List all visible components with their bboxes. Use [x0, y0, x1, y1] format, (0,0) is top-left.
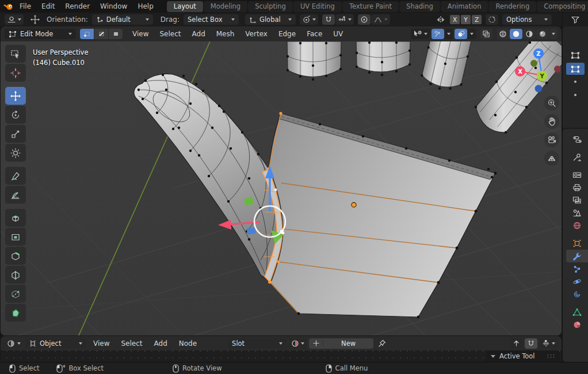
snap-base-toggle[interactable]: [486, 14, 498, 25]
projection-toggle-button[interactable]: [544, 151, 559, 166]
properties-tab-output[interactable]: [566, 181, 588, 194]
panel-grip-icon[interactable]: [547, 354, 555, 358]
tool-knife[interactable]: [5, 285, 26, 303]
shader-type-dropdown[interactable]: Object: [25, 338, 86, 349]
gizmos-toggle[interactable]: [432, 29, 444, 39]
menu-help[interactable]: Help: [132, 0, 158, 13]
tool-extrude-region[interactable]: [5, 209, 26, 227]
shading-wireframe-button[interactable]: [497, 29, 509, 39]
menu-edge[interactable]: Edge: [274, 30, 300, 38]
tool-cursor[interactable]: [5, 64, 26, 82]
properties-tab-world[interactable]: [566, 219, 588, 232]
tab-uv-editing[interactable]: UV Editing: [293, 1, 342, 12]
shader-menu-node[interactable]: Node: [174, 339, 201, 348]
mirror-x-toggle[interactable]: X: [450, 15, 460, 24]
mode-dropdown[interactable]: Edit Mode: [5, 29, 76, 39]
tool-inset-faces[interactable]: [5, 228, 26, 246]
slot-dropdown[interactable]: Slot: [228, 338, 287, 349]
active-tool-panel-header[interactable]: Active Tool: [486, 350, 560, 362]
viewport-scene[interactable]: [1, 41, 562, 335]
face-select-mode-button[interactable]: [109, 29, 123, 39]
properties-tab-view-layer[interactable]: [566, 194, 588, 207]
overlays-toggle[interactable]: [455, 29, 467, 39]
properties-tab-object[interactable]: [566, 237, 588, 250]
zoom-button[interactable]: [544, 96, 559, 110]
tool-select-box[interactable]: [5, 45, 26, 63]
tool-poly-build[interactable]: [5, 304, 26, 322]
tab-animation[interactable]: Animation: [441, 1, 488, 12]
properties-tab-constraints[interactable]: [566, 288, 588, 300]
properties-tab-modifiers[interactable]: [566, 250, 588, 262]
mirror-y-toggle[interactable]: Y: [461, 15, 471, 24]
gizmo-axis-neg-z[interactable]: [535, 85, 543, 93]
tab-texture-paint[interactable]: Texture Paint: [342, 1, 399, 12]
tool-bevel[interactable]: [5, 247, 26, 265]
tool-scale[interactable]: [5, 125, 26, 143]
overlays-dropdown[interactable]: [468, 29, 476, 39]
shading-dropdown[interactable]: [549, 29, 558, 39]
xray-toggle[interactable]: [480, 29, 492, 39]
shader-editor-canvas[interactable]: Active Tool: [1, 350, 562, 362]
menu-uv[interactable]: UV: [329, 30, 348, 38]
proportional-falloff-dropdown[interactable]: [371, 14, 390, 25]
visibility-dropdown[interactable]: [411, 29, 430, 39]
tab-shading[interactable]: Shading: [399, 1, 440, 12]
editor-type-dropdown[interactable]: [5, 338, 23, 349]
outliner-row-object-selected[interactable]: [566, 63, 585, 75]
material-browse-dropdown[interactable]: [289, 338, 307, 349]
vertex-select-mode-button[interactable]: [80, 29, 94, 39]
tool-move[interactable]: [5, 87, 26, 105]
gizmo-axis-neg-y[interactable]: [530, 60, 537, 67]
menu-face[interactable]: Face: [302, 30, 327, 38]
snap-target-dropdown[interactable]: [335, 14, 354, 25]
shading-material-button[interactable]: [523, 29, 536, 39]
shader-menu-add[interactable]: Add: [150, 339, 172, 348]
menu-add[interactable]: Add: [188, 30, 210, 38]
tool-loop-cut[interactable]: [5, 266, 26, 284]
pan-button[interactable]: [544, 114, 559, 129]
tab-compositing[interactable]: Compositing: [537, 1, 588, 12]
menu-mesh[interactable]: Mesh: [212, 30, 239, 38]
properties-tab-scene[interactable]: [566, 207, 588, 219]
shader-menu-select[interactable]: Select: [116, 339, 147, 348]
tool-annotate[interactable]: [5, 167, 26, 185]
shader-menu-view[interactable]: View: [89, 339, 114, 348]
node-snap-mode-dropdown[interactable]: [540, 338, 558, 349]
tab-rendering[interactable]: Rendering: [488, 1, 536, 12]
transform-space-dropdown[interactable]: Global: [245, 14, 296, 25]
properties-tab-physics[interactable]: [566, 275, 588, 288]
menu-render[interactable]: Render: [60, 0, 95, 13]
shading-solid-button[interactable]: [510, 29, 522, 39]
menu-view[interactable]: View: [128, 30, 153, 38]
options-dropdown[interactable]: Options: [502, 14, 552, 25]
outliner-item-dot[interactable]: [574, 94, 576, 96]
tool-transform[interactable]: [5, 144, 26, 162]
pivot-point-dropdown[interactable]: [300, 14, 318, 25]
viewport-3d[interactable]: User Perspective (146) Cube.010: [1, 41, 562, 335]
tab-modeling[interactable]: Modeling: [204, 1, 247, 12]
parent-node-tree-button[interactable]: [510, 338, 522, 349]
tab-layout[interactable]: Layout: [167, 1, 203, 12]
blender-logo-icon[interactable]: [3, 2, 13, 11]
properties-tab-particles[interactable]: [566, 262, 588, 275]
tool-rotate[interactable]: [5, 106, 26, 124]
menu-file[interactable]: File: [14, 0, 36, 13]
shading-rendered-button[interactable]: [536, 29, 549, 39]
edge-select-mode-button[interactable]: [94, 29, 108, 39]
properties-tab-render[interactable]: [566, 169, 588, 181]
menu-edit[interactable]: Edit: [36, 0, 60, 13]
snap-toggle[interactable]: [322, 14, 335, 25]
active-tool-dropdown[interactable]: [5, 14, 24, 25]
tool-measure[interactable]: [5, 186, 26, 204]
new-material-button[interactable]: New: [309, 338, 373, 349]
node-snap-toggle[interactable]: [525, 338, 537, 349]
object-origin-dot[interactable]: [352, 203, 356, 207]
camera-view-button[interactable]: [544, 132, 559, 147]
menu-select[interactable]: Select: [155, 30, 185, 38]
properties-tab-material[interactable]: [566, 318, 588, 331]
properties-tab-object-data[interactable]: [566, 306, 588, 318]
filter-icon[interactable]: [571, 16, 580, 24]
orientation-dropdown[interactable]: Default: [92, 14, 153, 25]
proportional-editing-toggle[interactable]: [358, 14, 371, 25]
gizmos-dropdown[interactable]: [445, 29, 453, 39]
